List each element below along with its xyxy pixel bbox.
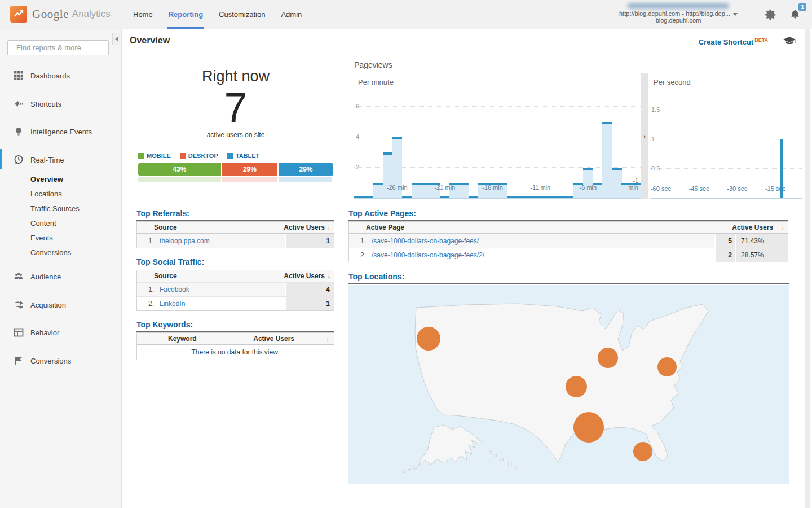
aleutian-island xyxy=(413,467,417,469)
sort-desc-icon[interactable]: ↓ xyxy=(327,224,330,231)
sidebar: Dashboards Shortcuts Intelligence Events… xyxy=(0,29,122,508)
location-marker xyxy=(417,327,440,351)
account-property-selector[interactable]: http://blog.depuhl.com - http://blog.dep… xyxy=(608,3,749,24)
logo-text-analytics: Analytics xyxy=(72,8,111,20)
location-marker xyxy=(633,442,652,461)
col-source[interactable]: Source xyxy=(154,272,177,280)
notifications-bell-icon[interactable] xyxy=(789,9,801,23)
tutorial-cap-icon[interactable] xyxy=(783,36,796,49)
top-social-table: Source Active Users ↓ 1. Facebook 4 2. L… xyxy=(136,270,334,311)
nav-customization[interactable]: Customization xyxy=(211,0,273,29)
col-active-users[interactable]: Active Users xyxy=(732,224,773,231)
top-locations-heading: Top Locations: xyxy=(348,272,789,284)
chart-panel-divider[interactable]: › xyxy=(641,73,648,199)
nav-home[interactable]: Home xyxy=(125,0,161,29)
mobile-swatch xyxy=(138,153,144,159)
y-axis-tick: 1 xyxy=(651,135,655,142)
account-email-redacted xyxy=(628,3,729,9)
legend-mobile: MOBILE xyxy=(138,152,171,159)
col-keyword[interactable]: Keyword xyxy=(168,335,197,343)
col-active-page[interactable]: Active Page xyxy=(366,224,404,231)
sidebar-item-locations[interactable]: Locations xyxy=(0,187,122,200)
sort-desc-icon[interactable]: ↓ xyxy=(781,224,784,231)
active-page-link[interactable]: /save-1000-dollars-on-bagage-fees/2/ xyxy=(372,251,484,259)
pageviews-minute-bar xyxy=(583,168,593,198)
table-row: 1. /save-1000-dollars-on-bagage-fees/ 5 … xyxy=(349,234,788,248)
pageviews-minute-bar xyxy=(536,196,545,198)
active-users-percent: 71.43% xyxy=(735,234,788,248)
vertical-scrollbar[interactable] xyxy=(805,29,810,508)
google-analytics-logo[interactable]: Google Analytics xyxy=(10,6,111,23)
grid-icon xyxy=(14,71,24,81)
active-users-percent: 28.57% xyxy=(735,248,788,262)
social-source-link[interactable]: LinkedIn xyxy=(160,300,185,308)
col-active-users[interactable]: Active Users xyxy=(284,224,325,231)
pageviews-minute-bar xyxy=(564,196,574,198)
collapse-left-icon xyxy=(115,37,118,41)
active-users-value: 1 xyxy=(285,234,334,248)
y-axis-tick: 0.5 xyxy=(651,165,660,172)
settings-gear-icon[interactable] xyxy=(765,8,777,23)
top-keywords-table: Keyword Active Users ↓ There is no data … xyxy=(136,332,334,360)
sort-desc-icon[interactable]: ↓ xyxy=(326,335,329,343)
sidebar-item-events[interactable]: Events xyxy=(0,231,122,244)
x-axis-tick: -6 min xyxy=(571,184,605,191)
pageviews-minute-bar xyxy=(555,196,564,198)
tablet-swatch xyxy=(227,153,233,159)
keywords-header[interactable]: Keyword Active Users ↓ xyxy=(137,333,334,345)
sidebar-item-shortcuts[interactable]: Shortcuts xyxy=(0,97,122,111)
active-users-value: 2 xyxy=(714,248,735,262)
x-axis-tick: -60 sec xyxy=(650,185,675,192)
sidebar-item-conversions-realtime[interactable]: Conversions xyxy=(0,246,122,259)
sidebar-item-audience[interactable]: Audience xyxy=(0,270,122,283)
x-axis-tick: -26 min xyxy=(380,184,414,191)
social-header[interactable]: Source Active Users ↓ xyxy=(137,270,334,282)
sidebar-item-content[interactable]: Content xyxy=(0,216,122,230)
table-row: 2. LinkedIn 1 xyxy=(137,296,334,310)
social-source-link[interactable]: Facebook xyxy=(160,286,189,294)
google-analytics-app: Google Analytics Home Reporting Customiz… xyxy=(0,0,812,508)
search-input[interactable] xyxy=(15,43,117,52)
gridline xyxy=(650,110,802,110)
sidebar-item-overview[interactable]: Overview xyxy=(0,172,122,186)
sidebar-item-intelligence-events[interactable]: Intelligence Events xyxy=(0,125,122,138)
sidebar-item-traffic-sources[interactable]: Traffic Sources xyxy=(0,202,122,215)
col-active-users[interactable]: Active Users xyxy=(284,272,325,280)
aleutian-island xyxy=(403,471,405,473)
main-content: Overview Create ShortcutBETA Right now 7… xyxy=(122,29,812,508)
us-map xyxy=(348,285,789,484)
referral-link[interactable]: theloop.ppa.com xyxy=(160,237,210,245)
sidebar-item-dashboards[interactable]: Dashboards xyxy=(0,69,122,82)
aleutian-island xyxy=(408,469,411,471)
notification-count-badge[interactable]: 1 xyxy=(798,3,806,11)
sort-desc-icon[interactable]: ↓ xyxy=(327,272,330,280)
pageviews-minute-bar xyxy=(526,196,536,198)
top-referrals-table: Source Active Users ↓ 1. theloop.ppa.com… xyxy=(136,221,334,248)
referrals-header[interactable]: Source Active Users ↓ xyxy=(137,222,334,234)
sidebar-item-behavior[interactable]: Behavior xyxy=(0,326,122,339)
right-now-heading: Right now xyxy=(136,68,335,85)
col-active-users[interactable]: Active Users xyxy=(253,335,294,343)
col-source[interactable]: Source xyxy=(154,224,177,231)
nav-admin[interactable]: Admin xyxy=(273,0,310,29)
nav-reporting[interactable]: Reporting xyxy=(161,0,211,29)
top-header: Google Analytics Home Reporting Customiz… xyxy=(0,0,812,29)
top-social-heading: Top Social Traffic: xyxy=(136,257,334,269)
y-axis-tick: 6 xyxy=(356,103,359,110)
y-axis-tick: 2 xyxy=(356,164,359,170)
gridline xyxy=(650,168,802,169)
sidebar-item-real-time[interactable]: Real-Time xyxy=(0,153,122,167)
tablet-segment: 29% xyxy=(279,163,333,176)
create-shortcut-button[interactable]: Create ShortcutBETA xyxy=(699,37,768,46)
page-title: Overview xyxy=(130,36,170,46)
property-name: http://blog.depuhl.com - http://blog.dep… xyxy=(608,10,749,17)
active-users-value: 1 xyxy=(285,297,334,310)
pageviews-minute-bar xyxy=(469,196,478,198)
location-marker xyxy=(657,357,677,376)
sidebar-item-conversions[interactable]: Conversions xyxy=(0,354,122,367)
active-page-link[interactable]: /save-1000-dollars-on-bagage-fees/ xyxy=(372,237,479,245)
active-pages-header[interactable]: Active Page Active Users ↓ xyxy=(349,222,788,234)
location-marker xyxy=(573,412,604,443)
sidebar-item-acquisition[interactable]: Acquisition xyxy=(0,298,122,312)
table-row: 1. Facebook 4 xyxy=(137,282,334,296)
